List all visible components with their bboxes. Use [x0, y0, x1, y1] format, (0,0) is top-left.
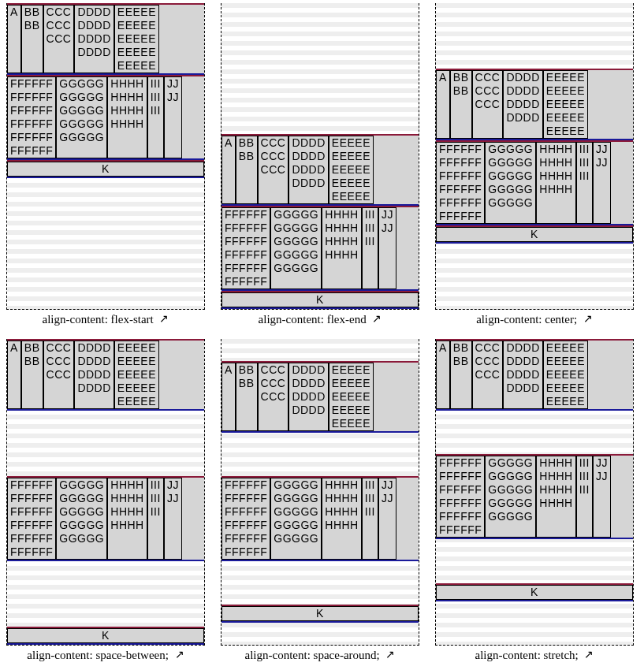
flex-item: GGGGG GGGGG GGGGG GGGGG GGGGG	[270, 207, 322, 289]
caption-arrow-icon: ↗	[159, 312, 169, 326]
flex-item: FFFFFF FFFFFF FFFFFF FFFFFF FFFFFF FFFFF…	[221, 207, 270, 289]
caption: align-content: flex-start ↗	[6, 313, 205, 326]
flex-item: EEEEE EEEEE EEEEE EEEEE EEEEE	[114, 5, 159, 73]
flex-line-2: FFFFFF FFFFFF FFFFFF FFFFFF FFFFFF FFFFF…	[221, 206, 419, 291]
caption: align-content: flex-end ↗	[221, 313, 419, 326]
flex-line-3: K	[7, 627, 204, 645]
flex-item: EEEEE EEEEE EEEEE EEEEE EEEEE	[329, 136, 374, 204]
flex-line-1: A BB BB CCC CCC CCC DDDD DDDD DDDD DDDD …	[7, 3, 204, 75]
flex-line-1: A BB BB CCC CCC CCC DDDD DDDD DDDD DDDD …	[7, 339, 204, 411]
flex-line-2: FFFFFF FFFFFF FFFFFF FFFFFF FFFFFF FFFFF…	[436, 140, 633, 225]
flex-item: CCC CCC CCC	[258, 363, 289, 431]
flex-item: BB BB	[21, 341, 43, 409]
flex-item: K	[7, 162, 204, 177]
flex-item: CCC CCC CCC	[472, 341, 504, 409]
flex-line-3: K	[221, 291, 419, 309]
flex-item: DDDD DDDD DDDD DDDD	[288, 363, 328, 431]
flex-item: BB BB	[450, 70, 472, 139]
flex-line-3: K	[221, 605, 419, 623]
flex-item: DDDD DDDD DDDD DDDD	[503, 70, 542, 139]
caption: align-content: space-around; ↗	[221, 649, 419, 662]
diagram-root: A BB BB CCC CCC CCC DDDD DDDD DDDD DDDD …	[0, 0, 644, 670]
flex-line-3: K	[7, 160, 204, 178]
flex-item: DDDD DDDD DDDD DDDD	[503, 341, 542, 409]
flex-line-3: K	[436, 583, 633, 601]
caption: align-content: center; ↗	[435, 313, 634, 326]
flex-item: BB BB	[450, 341, 472, 409]
caption: align-content: space-between; ↗	[6, 649, 205, 662]
flex-item: FFFFFF FFFFFF FFFFFF FFFFFF FFFFFF FFFFF…	[436, 142, 485, 224]
flex-item: CCC CCC CCC	[43, 5, 75, 73]
caption-arrow-icon: ↗	[175, 648, 184, 661]
flex-item: A	[221, 363, 236, 431]
flex-item: GGGGG GGGGG GGGGG GGGGG GGGGG	[56, 478, 107, 560]
caption-text: align-content: flex-end	[259, 313, 367, 326]
flex-item: A	[7, 341, 21, 409]
caption-arrow-icon: ↗	[385, 648, 395, 661]
example-flex-end: A BB BB CCC CCC CCC DDDD DDDD DDDD DDDD …	[221, 3, 419, 326]
flex-item: BB BB	[236, 136, 258, 204]
flex-item: A	[221, 136, 236, 204]
flex-item: BB BB	[21, 5, 43, 73]
flex-item: III III III	[362, 478, 378, 560]
flex-item: III III III	[147, 76, 164, 158]
flex-line-1: A BB BB CCC CCC CCC DDDD DDDD DDDD DDDD …	[221, 361, 419, 433]
flex-item: A	[436, 70, 450, 139]
flex-item: GGGGG GGGGG GGGGG GGGGG GGGGG	[56, 76, 107, 158]
flex-item: FFFFFF FFFFFF FFFFFF FFFFFF FFFFFF FFFFF…	[7, 76, 56, 158]
flex-item: A	[7, 5, 21, 73]
flex-item: JJ JJ	[164, 478, 182, 560]
flex-item: III III III	[147, 478, 164, 560]
flex-item: K	[221, 606, 419, 621]
flex-item: III III III	[362, 207, 378, 289]
flex-item: FFFFFF FFFFFF FFFFFF FFFFFF FFFFFF FFFFF…	[221, 478, 270, 560]
caption-arrow-icon: ↗	[372, 312, 382, 326]
flex-container: A BB BB CCC CCC CCC DDDD DDDD DDDD DDDD …	[6, 339, 205, 646]
example-grid: A BB BB CCC CCC CCC DDDD DDDD DDDD DDDD …	[6, 3, 644, 662]
flex-item: III III III	[576, 456, 593, 538]
example-center: A BB BB CCC CCC CCC DDDD DDDD DDDD DDDD …	[435, 3, 634, 326]
caption-text: align-content: center;	[476, 313, 577, 326]
flex-line-2: FFFFFF FFFFFF FFFFFF FFFFFF FFFFFF FFFFF…	[7, 476, 204, 561]
flex-item: III III III	[576, 142, 593, 224]
flex-line-1: A BB BB CCC CCC CCC DDDD DDDD DDDD DDDD …	[436, 69, 633, 140]
flex-item: FFFFFF FFFFFF FFFFFF FFFFFF FFFFFF FFFFF…	[7, 478, 56, 560]
caption-text: align-content: space-between;	[27, 649, 169, 661]
flex-item: CCC CCC CCC	[258, 136, 289, 204]
flex-item: DDDD DDDD DDDD DDDD	[288, 136, 328, 204]
flex-item: JJ JJ	[378, 207, 396, 289]
flex-item: DDDD DDDD DDDD DDDD	[74, 5, 114, 73]
example-stretch: A BB BB CCC CCC CCC DDDD DDDD DDDD DDDD …	[435, 339, 634, 662]
flex-item: FFFFFF FFFFFF FFFFFF FFFFFF FFFFFF FFFFF…	[436, 456, 485, 538]
caption-text: align-content: stretch;	[475, 649, 579, 661]
flex-item: K	[221, 292, 419, 307]
flex-item: K	[436, 585, 633, 600]
flex-item: EEEEE EEEEE EEEEE EEEEE EEEEE	[543, 70, 588, 139]
flex-container: A BB BB CCC CCC CCC DDDD DDDD DDDD DDDD …	[221, 3, 419, 310]
caption: align-content: stretch; ↗	[435, 649, 634, 662]
flex-item: EEEEE EEEEE EEEEE EEEEE EEEEE	[543, 341, 588, 409]
flex-item: K	[436, 227, 633, 242]
flex-item: CCC CCC CCC	[43, 341, 75, 409]
flex-item: HHHH HHHH HHHH HHHH	[107, 76, 147, 158]
flex-container: A BB BB CCC CCC CCC DDDD DDDD DDDD DDDD …	[435, 3, 634, 310]
flex-line-2: FFFFFF FFFFFF FFFFFF FFFFFF FFFFFF FFFFF…	[221, 476, 419, 561]
caption-text: align-content: space-around;	[245, 649, 380, 661]
flex-item: DDDD DDDD DDDD DDDD	[74, 341, 114, 409]
flex-item: HHHH HHHH HHHH HHHH	[322, 207, 361, 289]
flex-container: A BB BB CCC CCC CCC DDDD DDDD DDDD DDDD …	[435, 339, 634, 646]
flex-item: JJ JJ	[378, 478, 396, 560]
flex-item: HHHH HHHH HHHH HHHH	[322, 478, 361, 560]
caption-text: align-content: flex-start	[43, 313, 154, 326]
flex-item: GGGGG GGGGG GGGGG GGGGG GGGGG	[270, 478, 322, 560]
caption-arrow-icon: ↗	[584, 648, 594, 661]
flex-line-2: FFFFFF FFFFFF FFFFFF FFFFFF FFFFFF FFFFF…	[436, 454, 633, 539]
flex-item: HHHH HHHH HHHH HHHH	[107, 478, 147, 560]
flex-line-1: A BB BB CCC CCC CCC DDDD DDDD DDDD DDDD …	[436, 339, 633, 411]
flex-item: HHHH HHHH HHHH HHHH	[536, 142, 575, 224]
flex-item: EEEEE EEEEE EEEEE EEEEE EEEEE	[329, 363, 374, 431]
flex-item: JJ JJ	[164, 76, 182, 158]
flex-item: GGGGG GGGGG GGGGG GGGGG GGGGG	[485, 456, 536, 538]
caption-arrow-icon: ↗	[583, 312, 593, 326]
flex-item: A	[436, 341, 450, 409]
